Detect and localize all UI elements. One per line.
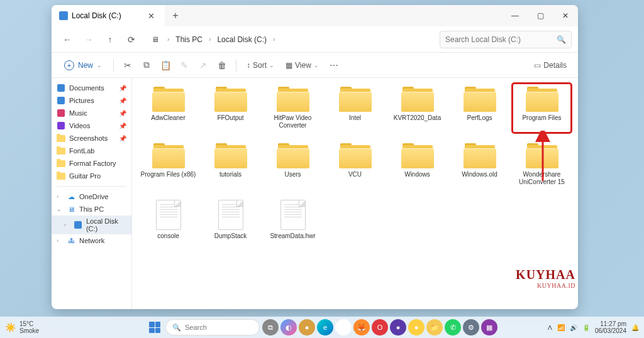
watermark-big: KUYHAA bbox=[516, 268, 575, 282]
chevron-icon[interactable]: › bbox=[57, 237, 63, 244]
folder-icon bbox=[277, 143, 309, 168]
folder-intel[interactable]: Intel bbox=[325, 83, 385, 133]
sidebar-item-fontlab[interactable]: FontLab bbox=[52, 144, 131, 157]
sidebar-item-documents[interactable]: Documents📌 bbox=[52, 82, 131, 94]
sidebar-item-pictures[interactable]: Pictures📌 bbox=[52, 94, 131, 107]
folder-tutorials[interactable]: tutorials bbox=[201, 139, 260, 190]
more-button[interactable]: ⋯ bbox=[325, 57, 343, 74]
folder-icon bbox=[57, 159, 65, 168]
folder-icon bbox=[526, 87, 558, 112]
new-label: New bbox=[78, 61, 93, 70]
tab-close-icon[interactable]: ✕ bbox=[145, 10, 157, 22]
share-button[interactable]: ↗ bbox=[194, 57, 212, 74]
chevron-icon[interactable]: › bbox=[64, 222, 70, 228]
forward-button[interactable]: → bbox=[79, 30, 98, 49]
taskbar-app-app-2[interactable]: ● bbox=[390, 319, 406, 335]
weather-cond: Smoke bbox=[19, 327, 39, 334]
taskbar-app-firefox[interactable]: 🦊 bbox=[353, 319, 370, 335]
clock[interactable]: 11:27 pm 06/03/2024 bbox=[595, 320, 626, 334]
folder-windows[interactable]: Windows bbox=[387, 139, 447, 190]
view-button[interactable]: ▦ View ⌄ bbox=[280, 58, 324, 72]
taskbar-app-app-1[interactable]: ● bbox=[299, 319, 315, 335]
volume-icon[interactable]: 🔊 bbox=[570, 324, 577, 331]
sort-button[interactable]: ↕ Sort ⌄ bbox=[242, 58, 279, 72]
pc-icon[interactable]: 🖥 bbox=[146, 30, 165, 49]
toolbar: + New ⌄ ✂ ⧉ 📋 ✎ ↗ 🗑 ↕ Sort ⌄ ▦ View ⌄ ⋯ … bbox=[52, 53, 578, 78]
taskbar-app-explorer[interactable]: 📁 bbox=[426, 319, 443, 335]
content-pane[interactable]: AdwCleanerFFOutputHitPaw Video Converter… bbox=[132, 78, 578, 309]
sidebar-item-label: Music bbox=[69, 109, 87, 117]
sidebar-item-label: OneDrive bbox=[79, 193, 108, 200]
folder-vcu[interactable]: VCU bbox=[325, 139, 385, 190]
sidebar-item-format-factory[interactable]: Format Factory bbox=[52, 157, 131, 170]
sort-icon: ↕ bbox=[247, 61, 250, 70]
search-input[interactable] bbox=[445, 35, 553, 44]
taskbar-app-app-4[interactable]: ▦ bbox=[481, 319, 497, 335]
clock-date: 06/03/2024 bbox=[595, 327, 626, 334]
copy-button[interactable]: ⧉ bbox=[138, 57, 155, 74]
minimize-button[interactable]: — bbox=[502, 5, 528, 26]
crumb-local-disk[interactable]: Local Disk (C:) bbox=[213, 33, 270, 46]
tray-chevron-icon[interactable]: ᐱ bbox=[548, 324, 552, 331]
rename-button[interactable]: ✎ bbox=[175, 57, 193, 74]
sidebar-item-guitar-pro[interactable]: Guitar Pro bbox=[52, 170, 131, 182]
new-button[interactable]: + New ⌄ bbox=[58, 58, 108, 73]
file-dumpstack[interactable]: DumpStack bbox=[201, 196, 260, 244]
notifications-icon[interactable]: 🔔 bbox=[631, 324, 639, 331]
close-button[interactable]: ✕ bbox=[553, 5, 578, 26]
sidebar-item-music[interactable]: Music📌 bbox=[52, 107, 131, 119]
sidebar-item-local-disk-c-[interactable]: ›Local Disk (C:) bbox=[52, 215, 131, 234]
maximize-button[interactable]: ▢ bbox=[528, 5, 553, 26]
folder-program-files[interactable]: Program Files bbox=[512, 83, 572, 133]
item-label: Wondershare UniConverter 15 bbox=[514, 171, 570, 186]
cut-button[interactable]: ✂ bbox=[119, 57, 136, 74]
paste-button[interactable]: 📋 bbox=[157, 57, 174, 74]
sidebar-item-screenshots[interactable]: Screenshots📌 bbox=[52, 132, 131, 144]
sidebar-item-onedrive[interactable]: ›☁OneDrive bbox=[52, 190, 131, 203]
new-tab-button[interactable]: + bbox=[165, 5, 186, 26]
taskbar-app-whatsapp[interactable]: ✆ bbox=[445, 319, 461, 335]
clock-time: 11:27 pm bbox=[595, 320, 626, 327]
taskbar-app-chrome[interactable]: ◎ bbox=[335, 319, 352, 335]
folder-adwcleaner[interactable]: AdwCleaner bbox=[138, 83, 198, 133]
item-label: tutorials bbox=[219, 171, 242, 178]
crumb-this-pc[interactable]: This PC bbox=[172, 33, 206, 46]
details-button[interactable]: ▭ Details bbox=[529, 58, 572, 72]
taskbar-app-opera[interactable]: O bbox=[372, 319, 388, 335]
item-label: Intel bbox=[349, 114, 361, 122]
weather-widget[interactable]: ☀️ 15°C Smoke bbox=[5, 320, 39, 334]
taskbar-app-copilot[interactable]: ◐ bbox=[280, 319, 297, 335]
folder-windows-old[interactable]: Windows.old bbox=[450, 139, 509, 190]
battery-icon[interactable]: 🔋 bbox=[582, 324, 590, 331]
sidebar-item-network[interactable]: ›🖧Network bbox=[52, 234, 131, 247]
file-console[interactable]: console bbox=[138, 196, 198, 244]
chevron-icon[interactable]: › bbox=[57, 194, 63, 200]
folder-wondershare-uniconverter-15[interactable]: Wondershare UniConverter 15 bbox=[512, 139, 572, 190]
taskbar-app-app-3[interactable]: ● bbox=[408, 319, 425, 335]
delete-button[interactable]: 🗑 bbox=[213, 57, 231, 74]
taskbar-app-edge[interactable]: e bbox=[317, 319, 333, 335]
window-tab[interactable]: Local Disk (C:) ✕ bbox=[52, 5, 165, 26]
taskbar-app-settings[interactable]: ⚙ bbox=[463, 319, 479, 335]
back-button[interactable]: ← bbox=[58, 30, 77, 49]
search-box[interactable]: 🔍 bbox=[440, 31, 572, 48]
folder-ffoutput[interactable]: FFOutput bbox=[201, 83, 260, 133]
folder-hitpaw-video-converter[interactable]: HitPaw Video Converter bbox=[263, 83, 323, 133]
folder-perflogs[interactable]: PerfLogs bbox=[450, 83, 509, 133]
folder-kvrt2020-data[interactable]: KVRT2020_Data bbox=[387, 83, 447, 133]
taskbar-app-task-view[interactable]: ⧉ bbox=[262, 319, 279, 335]
sidebar-item-this-pc[interactable]: ⌄🖥This PC bbox=[52, 203, 131, 215]
up-button[interactable]: ↑ bbox=[101, 30, 119, 49]
chevron-icon[interactable]: ⌄ bbox=[57, 206, 63, 212]
wifi-icon[interactable]: 📶 bbox=[557, 324, 565, 331]
taskbar-search[interactable]: 🔍 Search bbox=[165, 319, 260, 335]
sidebar-item-label: Pictures bbox=[69, 97, 94, 104]
search-icon[interactable]: 🔍 bbox=[557, 35, 566, 44]
file-streamdata-hwr[interactable]: StreamData.hwr bbox=[263, 196, 323, 244]
sidebar-item-videos[interactable]: Videos📌 bbox=[52, 119, 131, 132]
folder-program-files-x86-[interactable]: Program Files (x86) bbox=[138, 139, 198, 190]
refresh-button[interactable]: ⟳ bbox=[122, 30, 141, 49]
folder-users[interactable]: Users bbox=[263, 139, 323, 190]
weather-temp: 15°C bbox=[19, 320, 39, 327]
start-button[interactable] bbox=[147, 319, 163, 335]
